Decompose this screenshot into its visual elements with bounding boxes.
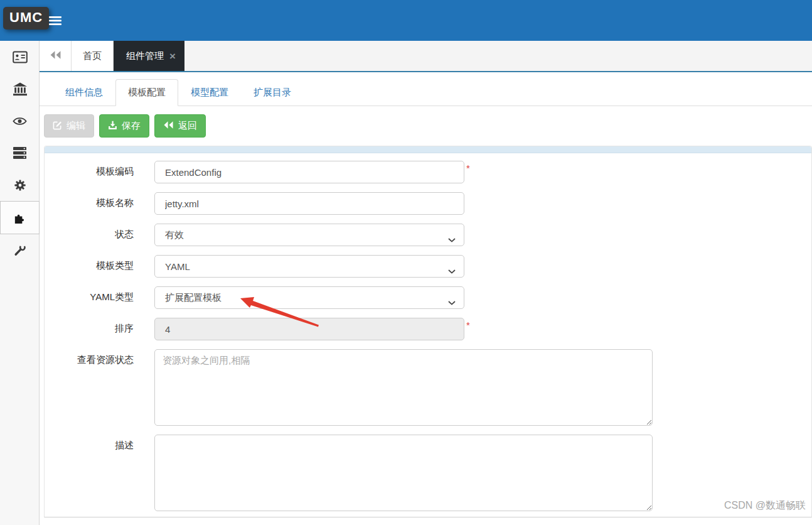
field-label: 描述	[51, 435, 134, 452]
chevron-down-icon	[448, 265, 456, 276]
back-double-arrow-icon	[163, 121, 174, 131]
form-row-description: 描述	[51, 435, 811, 511]
tabbar: 首页 组件管理 ×	[40, 41, 812, 72]
template-type-select[interactable]: YAML	[154, 255, 464, 278]
save-button[interactable]: 保存	[99, 114, 149, 138]
subtab-component-info-label[interactable]: 组件信息	[53, 79, 115, 106]
status-select[interactable]: 有效	[154, 224, 464, 246]
field-label: 模板编码	[51, 161, 134, 178]
subtab-list: 组件信息 模板配置 模型配置 扩展目录	[40, 73, 812, 106]
field-label: 模板名称	[51, 192, 134, 209]
save-button-label: 保存	[122, 120, 141, 132]
save-download-icon	[108, 121, 117, 132]
field-label: YAML类型	[51, 286, 134, 303]
umc-logo[interactable]: UMC	[3, 7, 49, 30]
field-label: 模板类型	[51, 255, 134, 272]
edit-icon	[53, 121, 62, 132]
hamburger-menu-icon[interactable]	[49, 16, 61, 25]
tab-component-label: 组件管理	[126, 50, 164, 62]
tab-close-icon[interactable]: ×	[169, 51, 176, 62]
app-window: UMC	[0, 0, 812, 525]
template-name-input[interactable]	[154, 192, 464, 215]
yaml-type-select-value: 扩展配置模板	[165, 292, 222, 304]
wrench-icon	[13, 244, 27, 257]
back-button-label: 返回	[178, 120, 197, 132]
chevron-down-icon	[448, 296, 456, 307]
eye-icon	[13, 116, 27, 126]
gear-icon	[13, 178, 27, 192]
tab-home-label: 首页	[83, 50, 102, 62]
subtab-template-config[interactable]: 模板配置	[115, 79, 178, 106]
field-label: 排序	[51, 318, 134, 335]
tab-home[interactable]: 首页	[72, 41, 114, 71]
form-row-template-type: 模板类型 YAML	[51, 255, 811, 278]
form-row-resource-status: 查看资源状态	[51, 349, 811, 426]
sidebar-item-users[interactable]	[0, 41, 40, 73]
sidebar	[0, 41, 40, 525]
puzzle-icon	[13, 210, 27, 225]
form-row-template-name: 模板名称	[51, 192, 811, 215]
sort-order-input	[154, 318, 464, 340]
toolbar: 编辑 保存 返回	[40, 106, 812, 146]
edit-button[interactable]: 编辑	[44, 114, 94, 138]
subtabs: 组件信息 模板配置 模型配置 扩展目录	[40, 73, 812, 106]
chevron-down-icon	[448, 234, 456, 244]
address-card-icon	[13, 51, 28, 63]
bank-icon	[13, 82, 28, 96]
form-row-yaml-type: YAML类型 扩展配置模板	[51, 286, 811, 309]
subtab-model-config-label[interactable]: 模型配置	[178, 79, 241, 106]
status-select-value: 有效	[165, 229, 184, 241]
sidebar-item-components[interactable]	[0, 201, 40, 234]
template-type-select-value: YAML	[165, 261, 190, 272]
back-button[interactable]: 返回	[154, 114, 206, 138]
yaml-type-select[interactable]: 扩展配置模板	[154, 286, 464, 309]
subtab-extend-dir-label[interactable]: 扩展目录	[241, 79, 304, 106]
sidebar-item-servers[interactable]	[0, 137, 40, 169]
form-row-status: 状态 有效	[51, 224, 811, 246]
resource-status-textarea[interactable]	[154, 349, 653, 426]
sidebar-item-settings[interactable]	[0, 169, 40, 201]
double-left-arrow-icon	[50, 50, 61, 62]
field-label: 查看资源状态	[51, 349, 134, 366]
panel-heading-strip	[45, 146, 811, 153]
subtab-extend-dir[interactable]: 扩展目录	[241, 79, 304, 106]
form-panel: 模板编码 * 模板名称 状态 有效	[44, 146, 812, 517]
watermark: CSDN @数通畅联	[724, 499, 806, 512]
panel-body: 模板编码 * 模板名称 状态 有效	[45, 153, 811, 511]
template-code-input[interactable]	[154, 161, 464, 183]
sidebar-item-monitor[interactable]	[0, 105, 40, 137]
sidebar-item-organization[interactable]	[0, 73, 40, 105]
description-textarea[interactable]	[154, 435, 653, 511]
form-row-sort-order: 排序 *	[51, 318, 811, 340]
top-header: UMC	[0, 0, 812, 41]
sidebar-item-tools[interactable]	[0, 234, 40, 266]
subtab-template-config-label[interactable]: 模板配置	[115, 79, 178, 106]
subtab-component-info[interactable]: 组件信息	[53, 79, 115, 106]
required-marker: *	[466, 318, 470, 330]
edit-button-label: 编辑	[67, 120, 85, 132]
field-label: 状态	[51, 224, 134, 241]
subtab-model-config[interactable]: 模型配置	[178, 79, 241, 106]
tab-component-management[interactable]: 组件管理 ×	[114, 41, 184, 71]
required-marker: *	[466, 161, 470, 173]
tab-scroll-left-button[interactable]	[40, 41, 72, 71]
server-icon	[13, 146, 27, 160]
form-row-template-code: 模板编码 *	[51, 161, 811, 183]
